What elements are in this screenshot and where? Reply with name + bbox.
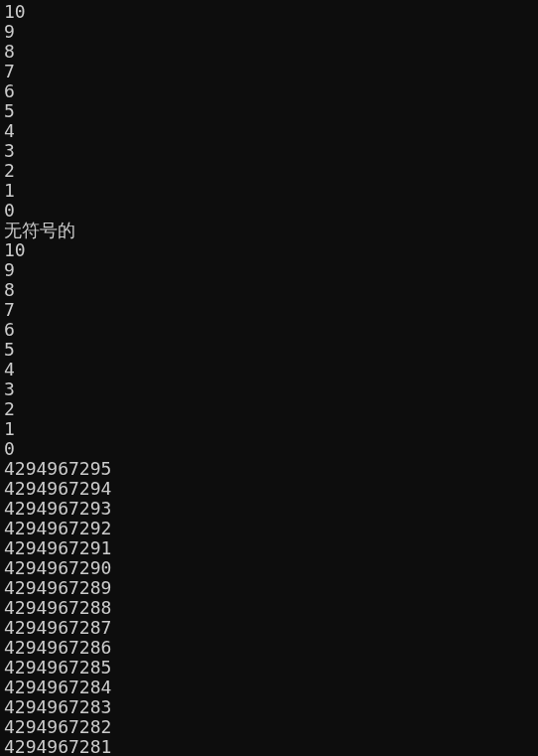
- output-line: 4294967283: [4, 697, 534, 717]
- output-line: 9: [4, 260, 534, 280]
- output-line: 4294967293: [4, 499, 534, 519]
- output-line: 4294967288: [4, 598, 534, 618]
- output-line: 无符号的: [4, 221, 534, 240]
- output-line: 4294967289: [4, 578, 534, 598]
- output-line: 4294967295: [4, 459, 534, 479]
- output-line: 0: [4, 439, 534, 459]
- output-line: 8: [4, 280, 534, 300]
- output-line: 4294967282: [4, 717, 534, 737]
- output-line: 1: [4, 419, 534, 439]
- output-line: 4294967292: [4, 519, 534, 538]
- output-line: 4294967286: [4, 638, 534, 658]
- output-line: 4294967281: [4, 737, 534, 756]
- output-line: 4294967291: [4, 538, 534, 558]
- output-line: 2: [4, 399, 534, 419]
- output-line: 4294967294: [4, 479, 534, 499]
- output-line: 7: [4, 62, 534, 81]
- output-line: 0: [4, 201, 534, 221]
- output-line: 6: [4, 320, 534, 340]
- output-line: 5: [4, 340, 534, 360]
- output-line: 4: [4, 121, 534, 141]
- output-line: 4294967290: [4, 558, 534, 578]
- output-line: 8: [4, 42, 534, 62]
- output-line: 9: [4, 22, 534, 42]
- output-line: 4: [4, 360, 534, 379]
- output-line: 4294967285: [4, 658, 534, 678]
- output-line: 1: [4, 181, 534, 201]
- output-line: 5: [4, 101, 534, 121]
- output-line: 4294967287: [4, 618, 534, 638]
- output-line: 3: [4, 379, 534, 399]
- output-line: 4294967284: [4, 678, 534, 697]
- console-output: 109876543210无符号的109876543210429496729542…: [4, 2, 534, 756]
- output-line: 10: [4, 2, 534, 22]
- output-line: 3: [4, 141, 534, 161]
- output-line: 2: [4, 161, 534, 181]
- output-line: 10: [4, 240, 534, 260]
- output-line: 6: [4, 81, 534, 101]
- output-line: 7: [4, 300, 534, 320]
